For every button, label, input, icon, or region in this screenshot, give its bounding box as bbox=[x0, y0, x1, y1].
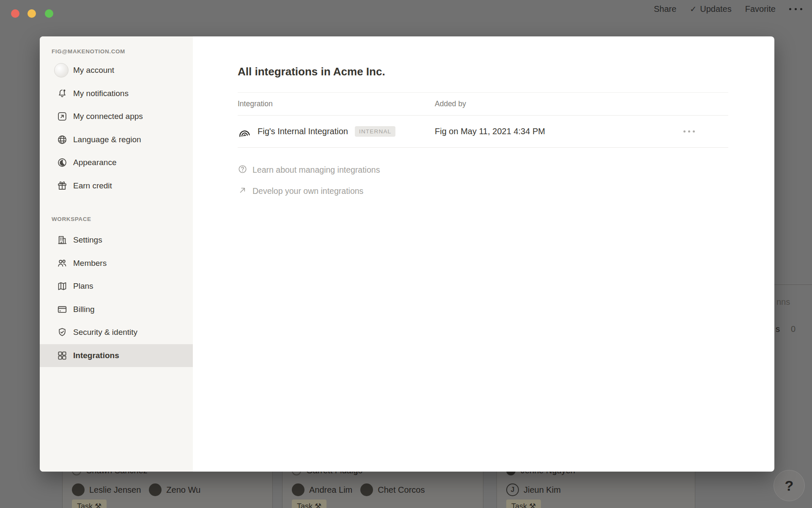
zoom-window-button[interactable] bbox=[45, 9, 53, 18]
table-header: Integration Added by bbox=[238, 92, 728, 116]
sidebar-item-my-account[interactable]: My account bbox=[40, 59, 193, 82]
arrow-up-right-icon bbox=[238, 185, 247, 197]
fig-arches-logo-icon bbox=[238, 125, 250, 138]
credit-card-icon bbox=[57, 304, 68, 315]
sidebar-item-label: Security & identity bbox=[73, 328, 137, 337]
moon-icon bbox=[57, 157, 68, 168]
question-circle-icon bbox=[238, 164, 247, 176]
integration-name: Fig's Internal Integration bbox=[258, 127, 348, 136]
globe-icon bbox=[57, 134, 68, 145]
avatar bbox=[360, 483, 373, 496]
sidebar-item-label: Plans bbox=[73, 282, 93, 291]
avatar bbox=[72, 483, 85, 496]
sidebar-item-billing[interactable]: Billing bbox=[40, 298, 193, 321]
map-icon bbox=[57, 281, 68, 292]
person-name: Andrea Lim bbox=[309, 485, 352, 495]
card-members-row: Leslie Jensen Zeno Wu bbox=[72, 483, 204, 496]
sidebar-item-settings[interactable]: Settings bbox=[40, 229, 193, 252]
avatar-initial: J bbox=[506, 483, 519, 496]
sidebar-item-earn-credit[interactable]: Earn credit bbox=[40, 174, 193, 198]
background-count-fragment: 0 bbox=[791, 324, 796, 334]
help-links: Learn about managing integrations Develo… bbox=[238, 164, 728, 198]
building-icon bbox=[57, 235, 68, 246]
page-title: All integrations in Acme Inc. bbox=[238, 36, 728, 78]
arrow-up-right-box-icon bbox=[57, 111, 68, 122]
grid-icon bbox=[57, 350, 68, 361]
sidebar-item-label: Billing bbox=[73, 305, 95, 314]
task-tag: Task ⚒ bbox=[506, 500, 541, 508]
favorite-button[interactable]: Favorite bbox=[745, 4, 776, 14]
background-text-fragment: nns bbox=[776, 297, 790, 307]
card-members-row: Andrea Lim Chet Corcos bbox=[292, 483, 428, 496]
person-name: Chet Corcos bbox=[378, 485, 425, 495]
favorite-label: Favorite bbox=[745, 4, 776, 14]
settings-modal: FIG@MAKENOTION.COM My account My notific… bbox=[40, 36, 774, 472]
sidebar-item-security-identity[interactable]: Security & identity bbox=[40, 321, 193, 344]
learn-managing-integrations-link[interactable]: Learn about managing integrations bbox=[238, 164, 728, 177]
sidebar-item-members[interactable]: Members bbox=[40, 252, 193, 275]
link-label: Learn about managing integrations bbox=[252, 165, 380, 175]
person-name: Zeno Wu bbox=[166, 485, 200, 495]
sidebar-item-language-region[interactable]: Language & region bbox=[40, 128, 193, 152]
shield-check-icon bbox=[57, 327, 68, 338]
avatar bbox=[149, 483, 162, 496]
updates-label: Updates bbox=[700, 4, 732, 14]
sidebar-item-label: Language & region bbox=[73, 135, 141, 144]
column-header-added-by: Added by bbox=[435, 99, 466, 108]
sidebar-item-label: Members bbox=[73, 259, 107, 268]
more-options-button[interactable] bbox=[789, 8, 802, 10]
added-by-value: Fig on May 11, 2021 4:34 PM bbox=[435, 127, 545, 136]
sidebar-item-my-connected-apps[interactable]: My connected apps bbox=[40, 105, 193, 128]
topbar-actions: Share ✓ Updates Favorite bbox=[654, 4, 802, 14]
link-label: Develop your own integrations bbox=[252, 186, 363, 196]
sidebar-item-label: My account bbox=[73, 66, 114, 75]
card-members-row: J Jieun Kim bbox=[506, 483, 564, 496]
sidebar-item-label: Integrations bbox=[73, 351, 119, 360]
sidebar-item-label: Settings bbox=[73, 235, 102, 245]
bell-icon bbox=[57, 88, 68, 99]
develop-integrations-link[interactable]: Develop your own integrations bbox=[238, 185, 728, 198]
column-header-integration: Integration bbox=[238, 99, 273, 108]
sidebar-item-label: My notifications bbox=[73, 89, 129, 98]
task-tag: Task ⚒ bbox=[72, 500, 107, 508]
sidebar-item-label: Earn credit bbox=[73, 181, 112, 190]
share-label: Share bbox=[654, 4, 676, 14]
sidebar-item-plans[interactable]: Plans bbox=[40, 275, 193, 298]
table-row[interactable]: Fig's Internal Integration INTERNAL Fig … bbox=[238, 116, 728, 148]
user-avatar bbox=[54, 63, 69, 77]
row-options-button[interactable] bbox=[683, 130, 695, 133]
person-name: Jieun Kim bbox=[524, 485, 561, 495]
integrations-panel: All integrations in Acme Inc. Integratio… bbox=[193, 36, 774, 472]
app-window: Share ✓ Updates Favorite nns s 0 Shawn S… bbox=[0, 0, 812, 508]
sidebar-item-label: Appearance bbox=[73, 158, 116, 167]
sidebar-item-label: My connected apps bbox=[73, 112, 143, 121]
person-name: Leslie Jensen bbox=[89, 485, 141, 495]
help-button[interactable]: ? bbox=[774, 470, 805, 501]
sidebar-item-appearance[interactable]: Appearance bbox=[40, 151, 193, 174]
internal-badge: INTERNAL bbox=[355, 126, 395, 137]
share-button[interactable]: Share bbox=[654, 4, 676, 14]
updates-button[interactable]: ✓ Updates bbox=[690, 4, 731, 14]
avatar bbox=[292, 483, 304, 496]
close-window-button[interactable] bbox=[11, 9, 19, 18]
gift-icon bbox=[57, 180, 68, 191]
settings-sidebar: FIG@MAKENOTION.COM My account My notific… bbox=[40, 36, 193, 472]
check-icon: ✓ bbox=[690, 4, 697, 14]
background-panel-border bbox=[774, 284, 812, 285]
account-email-header: FIG@MAKENOTION.COM bbox=[52, 48, 193, 55]
sidebar-item-my-notifications[interactable]: My notifications bbox=[40, 82, 193, 105]
members-icon bbox=[57, 258, 68, 269]
background-text-fragment: s bbox=[776, 324, 780, 334]
sidebar-item-integrations[interactable]: Integrations bbox=[40, 344, 193, 367]
task-tag: Task ⚒ bbox=[292, 500, 326, 508]
minimize-window-button[interactable] bbox=[27, 9, 36, 18]
workspace-section-header: WORKSPACE bbox=[52, 214, 193, 224]
